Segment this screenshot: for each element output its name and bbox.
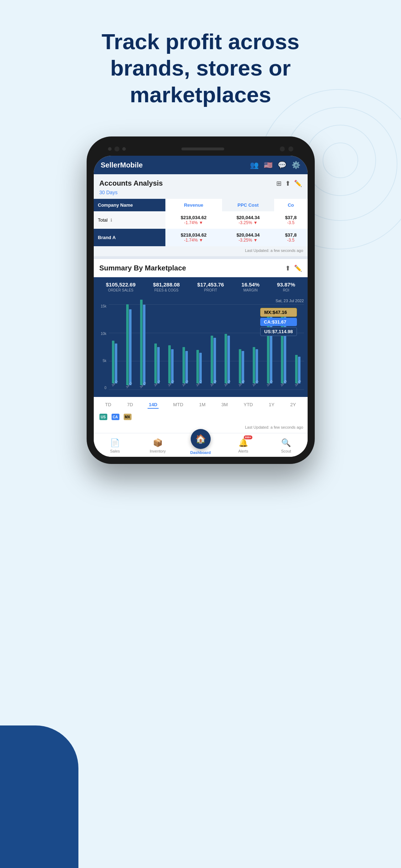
nav-sales[interactable]: 📄 Sales bbox=[101, 438, 129, 453]
tab-7d[interactable]: 7D bbox=[126, 401, 135, 409]
y-label: 0 bbox=[97, 386, 107, 390]
inventory-icon: 📦 bbox=[153, 438, 163, 448]
phone-mockup: SellerMobile 👥 🇺🇸 💬 ⚙️ Accounts Analysis… bbox=[87, 136, 315, 464]
row-revenue-total: $218,034.62 -1.74% ▼ bbox=[165, 211, 222, 229]
tooltip-us: US:$7,114.98 bbox=[260, 327, 297, 336]
accounts-table: Company Name Revenue PPC Cost Co Total ℹ bbox=[94, 199, 308, 246]
edit-icon-2[interactable]: ✏️ bbox=[294, 264, 302, 272]
tab-1m[interactable]: 1M bbox=[197, 401, 207, 409]
tab-1y[interactable]: 1Y bbox=[267, 401, 276, 409]
tab-2y[interactable]: 2Y bbox=[289, 401, 297, 409]
app-logo: SellerMobile bbox=[101, 161, 143, 169]
row-co-total: $37,8 -3.5 bbox=[274, 211, 307, 229]
front-cam-circle-2 bbox=[288, 146, 293, 151]
filter-icon[interactable]: ⚙️ bbox=[292, 161, 300, 169]
nav-dashboard[interactable]: 🏠 Dashboard bbox=[186, 429, 215, 455]
hero-title: Track profit across brands, stores or ma… bbox=[40, 0, 361, 129]
summary-header: Summary By Marketplace ⬆ ✏️ bbox=[94, 259, 308, 277]
stat-profit-label: PROFIT bbox=[197, 288, 224, 292]
chart-legend: US CA MX bbox=[94, 411, 308, 423]
bar-pair bbox=[207, 304, 220, 383]
bar-teal bbox=[295, 355, 298, 383]
legend-ca-dot: CA bbox=[112, 414, 119, 420]
row-name-brand: Brand A bbox=[94, 229, 165, 246]
accounts-analysis-section: Accounts Analysis ⊞ ⬆ ✏️ 30 Days Company… bbox=[94, 174, 308, 256]
share-icon-2[interactable]: ⬆ bbox=[285, 264, 291, 272]
stat-order-sales-value: $105,522.69 bbox=[106, 281, 135, 288]
bar-blue bbox=[129, 309, 132, 385]
bar-group: Jul 11 bbox=[109, 304, 121, 390]
stat-profit-value: $17,453.76 bbox=[197, 281, 224, 288]
stats-row: $105,522.69 ORDER SALES $81,288.08 FEES … bbox=[94, 277, 308, 296]
bar-blue bbox=[256, 349, 258, 383]
bar-group: Jul 16 bbox=[179, 304, 191, 390]
alerts-icon: 🔔 bbox=[238, 438, 248, 447]
stat-profit: $17,453.76 PROFIT bbox=[197, 281, 224, 292]
dashboard-icon: 🏠 bbox=[195, 434, 206, 444]
edit-icon[interactable]: ✏️ bbox=[294, 180, 302, 187]
nav-alerts-label: Alerts bbox=[238, 449, 248, 453]
bar-group: Jul 12 bbox=[123, 304, 135, 390]
legend-mx: MX bbox=[124, 414, 132, 420]
bar-pair bbox=[123, 304, 135, 385]
nav-scout[interactable]: 🔍 Scout bbox=[272, 438, 300, 453]
info-icon[interactable]: ℹ bbox=[110, 218, 112, 223]
tab-3m[interactable]: 3M bbox=[220, 401, 229, 409]
section-divider bbox=[94, 256, 308, 259]
nav-inventory[interactable]: 📦 Inventory bbox=[144, 438, 172, 453]
stat-margin: 16.54% MARGIN bbox=[241, 281, 259, 292]
front-cam-circle bbox=[280, 146, 285, 151]
phone-notch bbox=[94, 144, 308, 156]
bar-teal bbox=[196, 350, 199, 383]
chart-container: Sat, 23 Jul 2022 15k 10k 5k bbox=[94, 296, 308, 397]
nav-dashboard-label: Dashboard bbox=[190, 450, 211, 455]
flag-icon[interactable]: 🇺🇸 bbox=[264, 161, 273, 169]
col-ppc: PPC Cost bbox=[222, 199, 274, 211]
stat-order-sales: $105,522.69 ORDER SALES bbox=[106, 281, 135, 292]
nav-inventory-label: Inventory bbox=[150, 449, 166, 453]
legend-mx-dot: MX bbox=[124, 414, 132, 420]
tab-ytd[interactable]: YTD bbox=[242, 401, 254, 409]
bar-teal bbox=[211, 336, 213, 383]
phone-front-camera bbox=[280, 146, 293, 151]
bar-group: Jul 18 bbox=[207, 304, 220, 390]
bar-blue bbox=[227, 336, 230, 383]
grid-icon[interactable]: ⊞ bbox=[276, 180, 282, 187]
stat-roi: 93.87% ROI bbox=[277, 281, 295, 292]
accounts-header-icons: ⊞ ⬆ ✏️ bbox=[276, 180, 302, 187]
table-row: Total ℹ $218,034.62 -1.74% ▼ $20,044.34 … bbox=[94, 211, 308, 229]
phone-screen: SellerMobile 👥 🇺🇸 💬 ⚙️ Accounts Analysis… bbox=[94, 156, 308, 457]
accounts-title: Accounts Analysis bbox=[99, 179, 163, 187]
tab-mtd[interactable]: MTD bbox=[172, 401, 185, 409]
tab-td[interactable]: TD bbox=[104, 401, 113, 409]
bar-pair bbox=[109, 304, 121, 383]
nav-sales-label: Sales bbox=[110, 449, 120, 453]
nav-alerts[interactable]: 🔔 999+ Alerts bbox=[229, 438, 258, 453]
bar-pair bbox=[151, 304, 163, 383]
days-label: 30 Days bbox=[94, 189, 308, 199]
bar-teal bbox=[154, 343, 157, 383]
dashboard-circle: 🏠 bbox=[191, 429, 211, 449]
tab-14d[interactable]: 14D bbox=[148, 401, 159, 409]
alert-badge-wrapper: 🔔 999+ bbox=[238, 438, 248, 448]
row-ppc-brand: $20,044.34 -3.25% ▼ bbox=[222, 229, 274, 246]
bar-teal bbox=[225, 334, 227, 383]
bar-blue bbox=[115, 343, 117, 383]
time-period-tabs: TD 7D 14D MTD 1M 3M YTD 1Y 2Y bbox=[94, 397, 308, 411]
camera-dot-1 bbox=[108, 147, 112, 151]
summary-header-icons: ⬆ ✏️ bbox=[285, 264, 302, 272]
row-name-total: Total ℹ bbox=[94, 211, 165, 229]
bar-blue bbox=[171, 349, 174, 383]
bar-pair bbox=[250, 304, 262, 383]
notification-icon[interactable]: 💬 bbox=[278, 161, 287, 169]
stat-order-sales-label: ORDER SALES bbox=[106, 288, 135, 292]
bar-pair bbox=[179, 304, 191, 383]
stat-margin-value: 16.54% bbox=[241, 281, 259, 288]
row-co-brand: $37,8 -3.5 bbox=[274, 229, 307, 246]
bar-group: Jul 13 bbox=[137, 304, 149, 390]
people-icon[interactable]: 👥 bbox=[250, 161, 259, 169]
share-icon[interactable]: ⬆ bbox=[285, 180, 291, 187]
stat-fees-label: FEES & COGS bbox=[153, 288, 180, 292]
scout-icon: 🔍 bbox=[281, 438, 291, 448]
summary-title: Summary By Marketplace bbox=[99, 264, 186, 272]
